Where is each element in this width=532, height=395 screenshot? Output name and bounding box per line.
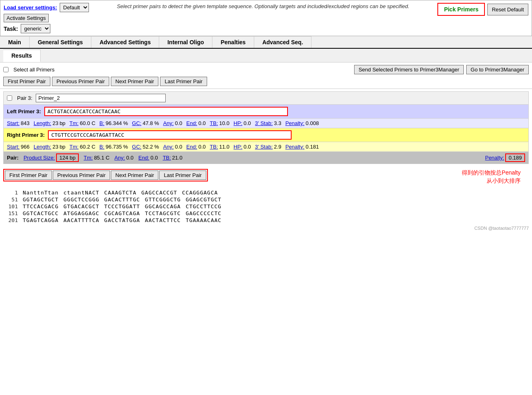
left-tm-link[interactable]: Tm: [69, 120, 78, 126]
left-any-val: 0.0 [175, 120, 182, 126]
right-primer-seq-input[interactable] [48, 130, 292, 140]
right-hp-link[interactable]: HP: [234, 144, 242, 150]
right-hp-val: 0.0 [244, 144, 251, 150]
tab-advanced-seq[interactable]: Advanced Seq. [254, 36, 311, 48]
pair-end-val: 0.0 [151, 155, 158, 161]
right-stab-link[interactable]: 3' Stab: [255, 144, 273, 150]
right-gc: GC: 52.2 % [132, 144, 159, 150]
right-tb: TB: 11.0 [210, 144, 230, 150]
right-start-link[interactable]: Start: [7, 144, 19, 150]
pair-penalty-val: 0.189 [505, 153, 525, 162]
right-penalty-val: 0.181 [306, 144, 319, 150]
pair-tm-val: 85.1 C [94, 155, 109, 161]
sequence-chunk: GGAGCGTGCT [186, 196, 221, 203]
right-hp: HP: 0.0 [234, 144, 251, 150]
tab-bar: Main General Settings Advanced Settings … [0, 36, 532, 49]
pick-primers-button[interactable]: Pick Primers [437, 3, 485, 16]
tab-penalties[interactable]: Penalties [212, 36, 254, 48]
left-gc-link[interactable]: GC: [132, 120, 141, 126]
pair-checkbox[interactable] [7, 95, 12, 101]
pair-tb-val: 21.0 [172, 155, 182, 161]
next-pair-button-bottom[interactable]: Next Primer Pair [111, 171, 158, 180]
pair-any-link[interactable]: Any: [115, 155, 125, 161]
sequence-chunk: CTGCCTTCCG [186, 203, 221, 209]
right-gc-link[interactable]: GC: [132, 144, 141, 150]
sequence-number: 1 [3, 190, 18, 196]
left-hp: HP: 0.0 [234, 120, 251, 126]
pair-end-link[interactable]: End: [138, 155, 149, 161]
load-server-settings-link[interactable]: Load server settings: [4, 4, 57, 11]
right-penalty-link[interactable]: Penalty: [285, 144, 305, 150]
sequence-section: 1NanttnTtanctaantNACTCAAAGTCTAGAGCCACCGT… [0, 187, 532, 226]
left-any-link[interactable]: Any: [163, 120, 174, 126]
right-b-link[interactable]: B: [99, 144, 104, 150]
left-hp-link[interactable]: HP: [234, 120, 242, 126]
send-buttons: Send Selected Primers to Primer3Manager … [354, 65, 529, 74]
left-end-link[interactable]: End: [186, 120, 197, 126]
right-primer-label: Right Primer 3: [7, 132, 45, 138]
pair-name-input[interactable] [36, 94, 166, 102]
left-gc-val: 47.8 % [143, 120, 159, 126]
left-primer-seq-input[interactable] [44, 107, 288, 116]
left-penalty-link[interactable]: Penalty: [285, 120, 305, 126]
pair-stats-label: Pair: [7, 155, 19, 161]
right-tm-link[interactable]: Tm: [69, 144, 78, 150]
task-label: Task: [4, 26, 18, 32]
right-any-link[interactable]: Any: [163, 144, 174, 150]
prev-pair-button-bottom[interactable]: Previous Primer Pair [53, 171, 110, 180]
send-to-manager-button[interactable]: Send Selected Primers to Primer3Manager [354, 65, 464, 74]
sequence-chunk: GGCAGCCAGA [145, 203, 181, 209]
left-primer-label: Left Primer 3: [7, 108, 41, 114]
sequence-number: 201 [3, 217, 18, 223]
sequence-chunk: CAAAGTCTA [104, 190, 136, 196]
tab-main[interactable]: Main [0, 36, 30, 48]
left-penalty-val: 0.008 [306, 120, 319, 126]
left-primer-row: Left Primer 3: [4, 105, 528, 119]
prev-pair-button-top[interactable]: Previous Primer Pair [52, 77, 109, 86]
settings-select[interactable]: Default [60, 3, 89, 12]
last-pair-button-bottom[interactable]: Last Primer Pair [159, 171, 206, 180]
left-b-link[interactable]: B: [99, 120, 104, 126]
sequence-chunk: ATGGAGGAGC [63, 210, 99, 216]
sequence-chunk: GACACTTTGC [104, 196, 140, 203]
goto-manager-button[interactable]: Go to Primer3Manager [466, 65, 529, 74]
task-select[interactable]: generic [21, 24, 50, 33]
sequence-chunk: GGTCACTGCC [23, 210, 58, 216]
reset-default-button[interactable]: Reset Default [487, 4, 528, 15]
tab-advanced-settings[interactable]: Advanced Settings [91, 36, 159, 48]
annotation-line2: 从小到大排序 [462, 177, 521, 185]
left-start-link[interactable]: Start: [7, 120, 19, 126]
pair-tb: TB: 21.0 [163, 155, 183, 161]
tab-internal-oligo[interactable]: Internal Oligo [159, 36, 212, 48]
next-pair-button-top[interactable]: Next Primer Pair [111, 77, 158, 86]
right-length-link[interactable]: Length: [34, 144, 51, 150]
pair-penalty-link[interactable]: Penalty: [485, 155, 504, 161]
pair-product-size-link[interactable]: Product Size: [24, 155, 55, 161]
select-all-checkbox[interactable] [3, 67, 9, 72]
left-tb-link[interactable]: TB: [210, 120, 218, 126]
sequence-row: 1NanttnTtanctaantNACTCAAAGTCTAGAGCCACCGT… [3, 190, 529, 196]
tab-general-settings[interactable]: General Settings [30, 36, 91, 48]
sequence-chunk: AACTACTTCC [145, 217, 181, 223]
sequence-chunk: CCAGGGAGCA [182, 190, 218, 196]
pair-any-val: 0.0 [126, 155, 134, 161]
activate-settings-button[interactable]: Activate Settings [4, 14, 49, 22]
sequence-chunk: GTTCGGGCTG [145, 196, 181, 203]
pair-tb-link[interactable]: TB: [163, 155, 171, 161]
first-pair-button-bottom[interactable]: First Primer Pair [5, 171, 52, 180]
tab-results[interactable]: Results [3, 50, 41, 62]
right-tb-link[interactable]: TB: [210, 144, 218, 150]
left-tb-val: 10.0 [219, 120, 229, 126]
left-tm-val: 60.0 C [80, 120, 95, 126]
action-buttons: Pick Primers Reset Default [437, 3, 528, 16]
left-length-link[interactable]: Length: [34, 120, 51, 126]
right-end-link[interactable]: End: [186, 144, 197, 150]
pair-any: Any: 0.0 [115, 155, 134, 161]
activate-row: Activate Settings [4, 14, 89, 22]
sequence-number: 51 [3, 196, 18, 203]
sequence-chunk: NanttnTtan [23, 190, 58, 196]
last-pair-button-top[interactable]: Last Primer Pair [160, 77, 207, 86]
left-stab-link[interactable]: 3' Stab: [255, 120, 273, 126]
pair-tm-link[interactable]: Tm: [84, 155, 93, 161]
first-pair-button-top[interactable]: First Primer Pair [3, 77, 50, 86]
